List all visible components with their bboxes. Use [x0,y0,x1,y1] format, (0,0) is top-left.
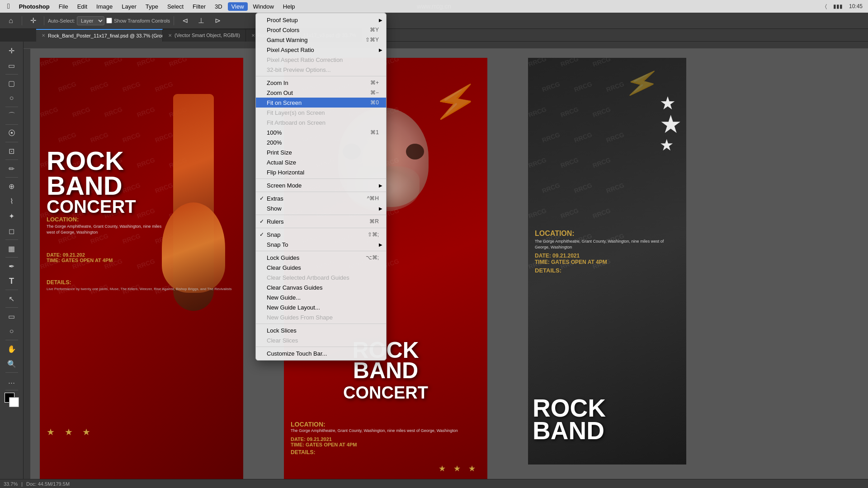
menu-select[interactable]: Select [164,2,187,11]
menu-view[interactable]: View [228,2,248,11]
menu-item-lock-slices[interactable]: Lock Slices [256,325,386,335]
rulers-label: Rulers [267,218,284,225]
menu-item-clear-slices: Clear Slices [256,335,386,345]
apple-menu[interactable]:  [4,1,14,11]
clear-selected-artboard-guides-label: Clear Selected Artboard Guides [267,274,349,281]
proof-colors-shortcut: ⌘Y [361,27,379,33]
menu-item-100pct[interactable]: 100% ⌘1 [256,127,386,137]
menu-image[interactable]: Image [93,2,116,11]
snap-to-label: Snap To [267,241,288,248]
menu-item-show[interactable]: Show [256,203,386,213]
pixel-aspect-ratio-correction-label: Pixel Aspect Ratio Correction [267,56,343,63]
separator-7 [256,324,386,324]
separator-2 [256,178,386,179]
menu-item-snap-to[interactable]: Snap To [256,239,386,249]
new-guide-layout-label: New Guide Layout... [267,304,320,311]
separator-1 [256,76,386,76]
menu-item-actual-size[interactable]: Actual Size [256,157,386,167]
menu-bar-right: 〈 ▮▮▮ 10:45 [823,2,864,10]
menu-item-clear-guides[interactable]: Clear Guides [256,263,386,272]
menu-item-32bit-preview: 32-bit Preview Options... [256,65,386,75]
app-menu-photoshop[interactable]: Photoshop [15,2,53,11]
snap-label: Snap [267,231,280,238]
menu-item-new-guides-from-shape: New Guides From Shape [256,312,386,322]
fit-layers-label: Fit Layer(s) on Screen [267,109,325,116]
zoom-out-label: Zoom Out [267,89,293,96]
proof-setup-label: Proof Setup [267,17,298,23]
menu-item-screen-mode[interactable]: Screen Mode [256,180,386,190]
menu-item-extras[interactable]: ✓ Extras ^⌘H [256,193,386,203]
new-guide-label: New Guide... [267,294,301,301]
rulers-check: ✓ [259,218,264,225]
menu-item-pixel-aspect-ratio[interactable]: Pixel Aspect Ratio [256,45,386,55]
menu-bar:  Photoshop File Edit Image Layer Type S… [0,0,868,13]
lock-slices-label: Lock Slices [267,327,297,334]
menu-type[interactable]: Type [142,2,162,11]
gamut-warning-shortcut: ⇧⌘Y [356,37,379,43]
rulers-shortcut: ⌘R [360,218,379,225]
menu-item-zoom-in[interactable]: Zoom In ⌘+ [256,78,386,88]
fit-on-screen-label: Fit on Screen [267,99,302,106]
proof-colors-label: Proof Colors [267,27,299,33]
menu-item-customize-touch-bar[interactable]: Customize Touch Bar... [256,348,386,358]
customize-touch-bar-label: Customize Touch Bar... [267,350,327,357]
separator-6 [256,251,386,251]
dropdown-overlay[interactable]: Proof Setup Proof Colors ⌘Y Gamut Warnin… [0,13,868,488]
extras-check: ✓ [259,195,264,202]
separator-3 [256,192,386,192]
menu-item-new-guide-layout[interactable]: New Guide Layout... [256,302,386,312]
menu-item-print-size[interactable]: Print Size [256,147,386,157]
menu-item-rulers[interactable]: ✓ Rulers ⌘R [256,216,386,226]
200pct-label: 200% [267,139,282,146]
menu-item-fit-artboard: Fit Artboard on Screen [256,117,386,127]
new-guides-from-shape-label: New Guides From Shape [267,314,333,321]
extras-shortcut: ^⌘H [358,195,379,202]
zoom-out-shortcut: ⌘− [361,89,379,96]
clear-canvas-guides-label: Clear Canvas Guides [267,284,323,291]
view-menu-dropdown: Proof Setup Proof Colors ⌘Y Gamut Warnin… [255,13,387,361]
menu-3d[interactable]: 3D [211,2,226,11]
gamut-warning-label: Gamut Warning [267,37,308,43]
snap-check: ✓ [259,231,264,238]
menu-item-flip-horizontal[interactable]: Flip Horizontal [256,167,386,177]
menu-file[interactable]: File [55,2,72,11]
lock-guides-label: Lock Guides [267,254,299,261]
menu-item-lock-guides[interactable]: Lock Guides ⌥⌘; [256,253,386,263]
fit-on-screen-shortcut: ⌘0 [361,99,379,106]
menu-item-new-guide[interactable]: New Guide... [256,292,386,302]
menu-item-zoom-out[interactable]: Zoom Out ⌘− [256,88,386,98]
flip-horizontal-label: Flip Horizontal [267,169,304,176]
pixel-aspect-ratio-label: Pixel Aspect Ratio [267,47,314,53]
menu-item-fit-layers-on-screen: Fit Layer(s) on Screen [256,108,386,117]
snap-shortcut: ⇧⌘; [359,231,379,238]
32bit-preview-label: 32-bit Preview Options... [267,66,331,73]
lock-guides-shortcut: ⌥⌘; [357,254,379,261]
menu-window[interactable]: Window [250,2,278,11]
menu-item-snap[interactable]: ✓ Snap ⇧⌘; [256,230,386,239]
print-size-label: Print Size [267,149,292,156]
menu-item-clear-canvas-guides[interactable]: Clear Canvas Guides [256,282,386,292]
zoom-in-label: Zoom In [267,80,288,86]
show-label: Show [267,205,282,212]
menu-item-gamut-warning[interactable]: Gamut Warning ⇧⌘Y [256,35,386,45]
fit-artboard-label: Fit Artboard on Screen [267,119,326,126]
clock: 10:45 [847,2,864,10]
actual-size-label: Actual Size [267,159,296,166]
100pct-shortcut: ⌘1 [361,129,379,136]
menu-item-clear-selected-artboard-guides: Clear Selected Artboard Guides [256,272,386,282]
menu-edit[interactable]: Edit [74,2,91,11]
menu-filter[interactable]: Filter [189,2,209,11]
menu-item-proof-colors[interactable]: Proof Colors ⌘Y [256,25,386,35]
menu-item-pixel-aspect-ratio-correction: Pixel Aspect Ratio Correction [256,55,386,65]
screen-mode-label: Screen Mode [267,182,302,189]
clear-slices-label: Clear Slices [267,337,298,344]
battery-icon: ▮▮▮ [831,2,844,10]
menu-help[interactable]: Help [279,2,299,11]
menu-layer[interactable]: Layer [118,2,140,11]
menu-item-proof-setup[interactable]: Proof Setup [256,15,386,25]
menu-item-fit-on-screen[interactable]: Fit on Screen ⌘0 [256,98,386,108]
separator-8 [256,347,386,347]
menu-item-200pct[interactable]: 200% [256,137,386,147]
wifi-icon: 〈 [823,2,829,10]
clear-guides-label: Clear Guides [267,264,301,271]
